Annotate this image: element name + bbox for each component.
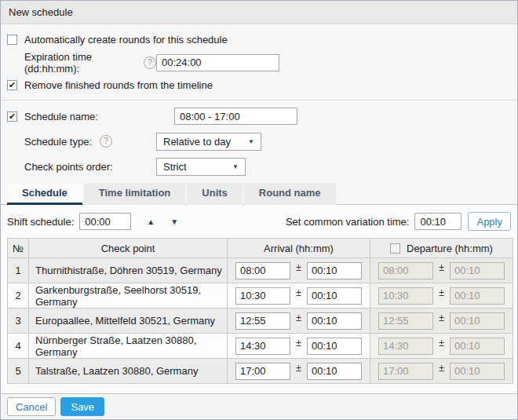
checkpoint-name: Thurnithistraße, Döhren 30519, Germany xyxy=(29,258,228,283)
arrival-time-input[interactable] xyxy=(235,262,290,279)
departure-cell: ± xyxy=(370,258,513,283)
table-row: 1 Thurnithistraße, Döhren 30519, Germany… xyxy=(8,258,513,283)
arrival-column-header: Arrival (hh:mm) xyxy=(228,239,370,258)
arrival-variation-input[interactable] xyxy=(307,312,362,330)
checkpoint-name: Nürnberger Straße, Laatzen 30880, German… xyxy=(29,334,228,359)
arrival-cell: ± xyxy=(228,309,370,334)
shift-schedule-input[interactable] xyxy=(79,213,131,230)
arrival-cell: ± xyxy=(228,258,370,283)
tab-round-name[interactable]: Round name xyxy=(244,183,336,205)
shift-schedule-label: Shift schedule: xyxy=(7,216,74,228)
table-row: 4 Nürnberger Straße, Laatzen 30880, Germ… xyxy=(8,334,513,359)
save-button[interactable]: Save xyxy=(60,397,104,416)
expiration-input[interactable] xyxy=(156,54,279,71)
tab-bar: Schedule Time limitation Units Round nam… xyxy=(1,179,517,205)
expiration-label: Expiration time (dd:hh:mm): xyxy=(24,51,136,75)
help-icon[interactable]: ? xyxy=(100,135,112,148)
departure-time-input xyxy=(378,312,433,330)
arrival-variation-input[interactable] xyxy=(307,287,362,305)
plus-minus-icon: ± xyxy=(437,262,446,273)
checkpoint-name: Talstraße, Laatzen 30880, Germany xyxy=(29,359,228,384)
plus-minus-icon: ± xyxy=(294,262,303,273)
departure-cell: ± xyxy=(370,309,513,334)
apply-button[interactable]: Apply xyxy=(468,212,511,231)
plus-minus-icon: ± xyxy=(294,312,303,323)
schedule-name-label: Schedule name: xyxy=(24,111,98,122)
departure-time-input xyxy=(378,262,433,279)
arrival-time-input[interactable] xyxy=(235,287,290,305)
plus-minus-icon: ± xyxy=(294,363,303,374)
chevron-down-icon: ▼ xyxy=(232,163,239,170)
plus-minus-icon: ± xyxy=(437,363,446,374)
table-row: 2 Garkenburgstraße, Seelhorst 30519, Ger… xyxy=(8,283,513,309)
arrival-cell: ± xyxy=(228,334,370,359)
shift-down-button[interactable]: ▼ xyxy=(167,216,181,228)
auto-create-checkbox[interactable] xyxy=(7,35,17,45)
dialog-footer: Cancel Save xyxy=(1,393,517,419)
schedule-type-value: Relative to day xyxy=(163,136,231,148)
panel-spacer xyxy=(1,384,517,393)
tab-schedule[interactable]: Schedule xyxy=(7,183,82,205)
departure-variation-input xyxy=(450,363,505,380)
departure-variation-input xyxy=(450,338,505,355)
plus-minus-icon: ± xyxy=(294,287,303,298)
plus-minus-icon: ± xyxy=(437,338,446,349)
schedule-type-select[interactable]: Relative to day ▼ xyxy=(156,133,261,151)
variation-time-input[interactable] xyxy=(414,213,461,230)
tab-time-limitation[interactable]: Time limitation xyxy=(84,183,186,205)
schedule-type-label: Schedule type: xyxy=(24,136,92,148)
departure-column-header: Departure (hh:mm) xyxy=(370,239,513,258)
row-number: 4 xyxy=(8,334,29,359)
departure-variation-input xyxy=(450,312,505,330)
plus-minus-icon: ± xyxy=(437,287,446,298)
plus-minus-icon: ± xyxy=(294,338,303,349)
new-schedule-dialog: New schedule Automatically create rounds… xyxy=(0,0,518,420)
departure-cell: ± xyxy=(370,334,513,359)
checkpoint-column-header: Check point xyxy=(29,239,228,258)
checkpoints-table: № Check point Arrival (hh:mm) Departure … xyxy=(7,238,513,384)
arrival-variation-input[interactable] xyxy=(307,262,362,279)
remove-finished-label: Remove finished rounds from the timeline xyxy=(24,79,213,91)
shift-up-button[interactable]: ▲ xyxy=(144,216,158,228)
arrival-variation-input[interactable] xyxy=(307,338,362,355)
checkpoint-name: Europaallee, Mittelfeld 30521, Germany xyxy=(29,309,228,334)
departure-time-input xyxy=(378,287,433,305)
table-row: 3 Europaallee, Mittelfeld 30521, Germany… xyxy=(8,309,513,334)
arrival-variation-input[interactable] xyxy=(307,363,362,380)
departure-cell: ± xyxy=(370,283,513,309)
schedule-name-input[interactable] xyxy=(174,108,297,125)
checkpoints-order-label: Check points order: xyxy=(24,161,113,173)
arrival-time-input[interactable] xyxy=(235,338,290,355)
schedule-name-checkbox[interactable]: ✔ xyxy=(7,111,17,122)
variation-time-label: Set common variation time: xyxy=(286,216,410,228)
row-number: 2 xyxy=(8,283,29,309)
auto-create-label: Automatically create rounds for this sch… xyxy=(24,34,228,46)
arrival-cell: ± xyxy=(228,359,370,384)
schedule-toolbar: Shift schedule: ▲ ▼ Set common variation… xyxy=(1,205,517,238)
arrival-cell: ± xyxy=(228,283,370,309)
remove-finished-checkbox[interactable]: ✔ xyxy=(7,80,17,90)
cancel-button[interactable]: Cancel xyxy=(7,397,56,416)
help-icon[interactable]: ? xyxy=(144,57,156,69)
num-column-header: № xyxy=(8,239,29,258)
arrival-time-input[interactable] xyxy=(235,363,290,380)
checkpoints-order-value: Strict xyxy=(163,161,187,173)
departure-cell: ± xyxy=(370,359,513,384)
row-number: 1 xyxy=(8,258,29,283)
checkpoints-order-select[interactable]: Strict ▼ xyxy=(156,158,246,176)
departure-checkbox[interactable] xyxy=(390,243,400,254)
table-header-row: № Check point Arrival (hh:mm) Departure … xyxy=(8,239,513,258)
row-number: 3 xyxy=(8,309,29,334)
section-divider xyxy=(1,100,517,100)
schedule-form: Automatically create rounds for this sch… xyxy=(1,24,517,179)
departure-header-label: Departure (hh:mm) xyxy=(407,243,493,254)
arrival-time-input[interactable] xyxy=(235,312,290,330)
chevron-down-icon: ▼ xyxy=(248,138,254,145)
tab-units[interactable]: Units xyxy=(187,183,243,205)
departure-variation-input xyxy=(450,287,505,305)
departure-time-input xyxy=(378,363,433,380)
plus-minus-icon: ± xyxy=(437,312,446,323)
dialog-title: New schedule xyxy=(1,1,517,24)
row-number: 5 xyxy=(8,359,29,384)
schedule-tab-panel: Shift schedule: ▲ ▼ Set common variation… xyxy=(1,205,517,393)
